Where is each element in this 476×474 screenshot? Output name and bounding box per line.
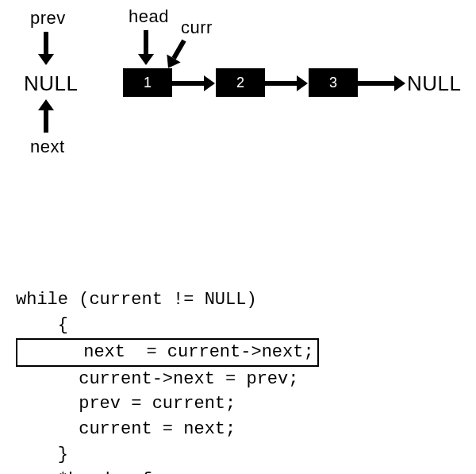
arrow-node2-node3 xyxy=(265,75,308,91)
node-value: 2 xyxy=(236,75,244,91)
curr-label: curr xyxy=(181,17,213,38)
code-line-3-highlight: next = current->next; xyxy=(16,338,319,367)
arrow-curr-diag xyxy=(168,40,184,68)
code-line-6: current = next; xyxy=(16,419,236,439)
code-line-7: } xyxy=(16,445,68,464)
next-label: next xyxy=(30,137,65,157)
list-node-1: 1 xyxy=(123,68,172,97)
code-line-4: current->next = prev; xyxy=(16,369,298,389)
code-block: while (current != NULL) { next = current… xyxy=(16,262,319,474)
null-right: NULL xyxy=(407,71,461,96)
list-node-2: 2 xyxy=(216,68,265,97)
node-value: 1 xyxy=(144,75,152,91)
arrow-node1-node2 xyxy=(172,75,215,91)
code-line-1: while (current != NULL) xyxy=(16,290,257,310)
code-line-8: *head_ref = prev; xyxy=(16,470,236,474)
arrow-node3-null xyxy=(358,75,405,91)
head-label: head xyxy=(129,6,169,27)
list-node-3: 3 xyxy=(309,68,358,97)
node-value: 3 xyxy=(329,75,337,91)
null-left: NULL xyxy=(24,71,78,96)
diagram-stage: prev NULL next head curr 1 2 xyxy=(0,0,476,474)
code-line-2: { xyxy=(16,315,68,335)
prev-label: prev xyxy=(30,8,66,29)
code-line-5: prev = current; xyxy=(16,394,236,414)
